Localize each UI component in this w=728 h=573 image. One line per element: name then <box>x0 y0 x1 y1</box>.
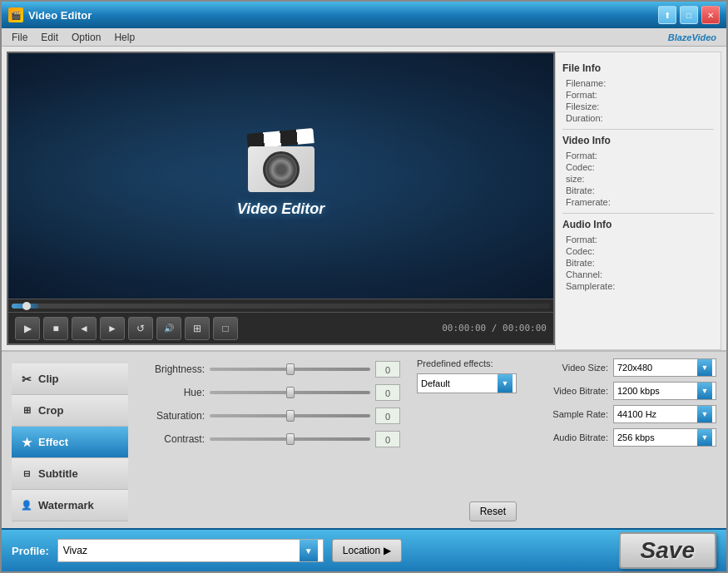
video-panel: Video Editor ▶ ■ <box>7 52 555 345</box>
fullscreen-button[interactable]: □ <box>213 317 238 340</box>
app-icon: 🎬 <box>8 7 23 22</box>
clip-icon: ✂ <box>20 373 33 386</box>
sample-rate-arrow: ▼ <box>697 406 712 422</box>
menu-bar: File Edit Option Help BlazeVideo <box>2 28 726 47</box>
video-settings-section: Video Size: 720x480 ▼ Video Bitrate: 120… <box>533 358 716 521</box>
audio-bitrate-value: 256 kbps <box>617 432 655 442</box>
audio-info-title: Audio Info <box>562 219 714 230</box>
sample-rate-label: Sample Rate: <box>533 409 608 419</box>
refresh-button[interactable]: ↺ <box>128 317 153 340</box>
stop-button[interactable]: ■ <box>43 317 68 340</box>
format-label-video: Format: <box>562 150 714 161</box>
predefined-dropdown-arrow: ▼ <box>498 374 513 393</box>
video-size-arrow: ▼ <box>697 359 712 376</box>
maximize-button[interactable]: □ <box>680 6 698 24</box>
tab-subtitle-label: Subtitle <box>38 467 78 480</box>
bitrate-label-video: Bitrate: <box>562 185 714 196</box>
play-button[interactable]: ▶ <box>15 317 40 340</box>
video-size-select[interactable]: 720x480 ▼ <box>613 358 716 377</box>
title-bar: 🎬 Video Editor ⬆ □ ✕ <box>2 2 726 28</box>
video-bitrate-arrow: ▼ <box>697 383 712 399</box>
tab-clip[interactable]: ✂ Clip <box>12 363 128 395</box>
filesize-label: Filesize: <box>562 101 714 112</box>
audio-bitrate-arrow: ▼ <box>697 429 712 446</box>
channel-label: Channel: <box>562 269 714 280</box>
predefined-section: Predefined effects: Default ▼ Reset <box>417 358 517 521</box>
video-bitrate-row: Video Bitrate: 1200 kbps ▼ <box>533 382 716 400</box>
contrast-label: Contrast: <box>145 433 205 445</box>
next-icon: ► <box>107 323 117 334</box>
refresh-icon: ↺ <box>136 323 145 334</box>
codec-label-audio: Codec: <box>562 245 714 257</box>
contrast-value: 0 <box>375 431 400 447</box>
brightness-thumb <box>286 363 295 375</box>
video-size-row: Video Size: 720x480 ▼ <box>533 358 716 377</box>
effects-area: ✂ Clip ⊞ Crop ★ Effect ⊟ Subtitle <box>2 350 726 528</box>
video-bitrate-value: 1200 kbps <box>617 386 660 396</box>
stop-icon: ■ <box>52 323 58 334</box>
video-screen[interactable]: Video Editor <box>8 53 553 299</box>
tab-effect[interactable]: ★ Effect <box>12 427 128 458</box>
title-controls: ⬆ □ ✕ <box>658 6 720 24</box>
contrast-thumb <box>286 433 295 445</box>
menu-help[interactable]: Help <box>107 30 141 45</box>
predefined-select[interactable]: Default ▼ <box>417 373 517 393</box>
video-bitrate-label: Video Bitrate: <box>533 386 608 396</box>
contrast-slider[interactable] <box>210 437 370 441</box>
crop-icon: ⊞ <box>193 323 201 334</box>
video-size-label: Video Size: <box>533 363 608 373</box>
sample-rate-value: 44100 Hz <box>617 409 656 419</box>
saturation-slider[interactable] <box>210 414 370 417</box>
info-panel: File Info Filename: Format: Filesize: Du… <box>555 52 721 350</box>
tab-watermark[interactable]: 👤 Watermark <box>12 490 128 521</box>
video-bitrate-select[interactable]: 1200 kbps ▼ <box>613 382 716 400</box>
seekbar-container <box>8 299 553 312</box>
fullscreen-icon: □ <box>222 323 228 334</box>
brightness-slider[interactable] <box>210 368 370 371</box>
audio-bitrate-select[interactable]: 256 kbps ▼ <box>613 428 716 447</box>
bitrate-label-audio: Bitrate: <box>562 257 714 269</box>
seekbar-thumb <box>22 302 31 310</box>
next-frame-button[interactable]: ► <box>100 317 125 340</box>
hue-slider[interactable] <box>210 391 370 394</box>
predefined-value: Default <box>421 378 450 388</box>
reset-button[interactable]: Reset <box>469 501 517 521</box>
sample-rate-select[interactable]: 44100 Hz ▼ <box>613 405 716 423</box>
menu-option[interactable]: Option <box>65 30 107 45</box>
tab-subtitle[interactable]: ⊟ Subtitle <box>12 458 128 490</box>
format-label-file: Format: <box>562 89 714 101</box>
hue-row: Hue: 0 <box>145 382 400 403</box>
divider-1 <box>562 129 714 130</box>
file-info-title: File Info <box>562 62 714 74</box>
effect-icon: ★ <box>20 436 33 449</box>
size-label-video: size: <box>562 173 714 185</box>
brand-logo: BlazeVideo <box>668 32 723 42</box>
crop-tab-icon: ⊞ <box>20 404 33 417</box>
menu-edit[interactable]: Edit <box>34 30 65 45</box>
minimize-button[interactable]: ⬆ <box>658 6 676 24</box>
contrast-row: Contrast: 0 <box>145 428 400 450</box>
crop-button[interactable]: ⊞ <box>185 317 210 340</box>
location-button[interactable]: Location ▶ <box>332 539 402 562</box>
bottom-bar: Profile: Vivaz ▼ Location ▶ Save <box>2 528 726 571</box>
profile-dropdown-arrow: ▼ <box>300 540 318 561</box>
profile-label: Profile: <box>12 545 49 557</box>
sliders-section: Brightness: 0 Hue: 0 Satur <box>145 358 400 521</box>
time-display: 00:00:00 / 00:00:00 <box>442 323 547 333</box>
brightness-value: 0 <box>375 361 400 378</box>
sample-rate-row: Sample Rate: 44100 Hz ▼ <box>533 405 716 423</box>
predefined-label: Predefined effects: <box>417 358 517 368</box>
seekbar[interactable] <box>12 304 550 309</box>
prev-frame-button[interactable]: ◄ <box>72 317 97 340</box>
tab-crop[interactable]: ⊞ Crop <box>12 395 128 427</box>
saturation-label: Saturation: <box>145 410 205 422</box>
save-button[interactable]: Save <box>619 532 716 569</box>
brightness-row: Brightness: 0 <box>145 358 400 380</box>
menu-file[interactable]: File <box>5 30 34 45</box>
close-button[interactable]: ✕ <box>701 6 720 24</box>
tab-crop-label: Crop <box>38 404 63 417</box>
title-bar-left: 🎬 Video Editor <box>8 7 92 22</box>
volume-button[interactable]: 🔊 <box>156 317 181 340</box>
clapperboard-icon <box>248 134 314 192</box>
profile-select[interactable]: Vivaz ▼ <box>57 539 324 562</box>
